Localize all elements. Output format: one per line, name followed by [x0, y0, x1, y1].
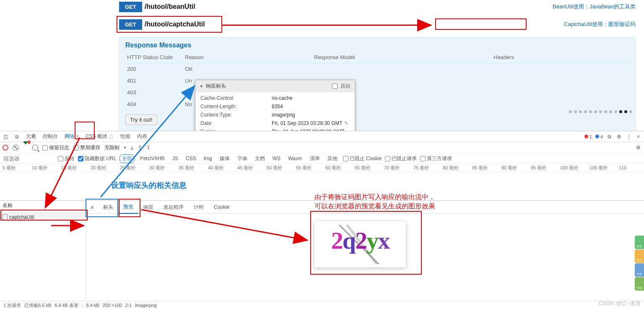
clear-button[interactable] — [13, 145, 19, 151]
preserve-log[interactable]: 保留日志 — [42, 144, 69, 151]
network-settings-icon[interactable]: ⚙ — [635, 145, 641, 151]
dtab-timing[interactable]: 计时 — [189, 201, 209, 213]
annotation-text: 可以在浏览器的预览看见生成的图形效果 — [314, 202, 435, 211]
annotation-box — [75, 122, 95, 139]
method-badge: GET — [119, 2, 142, 12]
tab-console[interactable]: 控制台 — [42, 133, 59, 140]
filter-chip[interactable]: Fetch/XHR — [138, 155, 167, 162]
annotation-box — [0, 210, 88, 221]
response-title: Response Messages — [125, 42, 629, 49]
devtools-tabs: ◫ ⧉ 元素 控制台 网络× CSS 概述 △ 性能 内存 1 4 ⧉ ⚙ ⋮ … — [0, 131, 644, 142]
wifi-icon[interactable]: ⏚ — [130, 145, 134, 151]
hide-data-url[interactable]: 隐藏数据 URL — [78, 155, 116, 162]
annotation-box — [435, 18, 527, 30]
header-row: Cache-Control:no-cache — [195, 94, 355, 102]
dtab-response[interactable]: 响应 — [138, 201, 158, 213]
traffic-monitor: 0.0 K/s 0.0 K/s — [635, 236, 644, 291]
filter-chip[interactable]: WS — [270, 155, 283, 162]
tab-performance[interactable]: 性能 — [119, 133, 131, 140]
table-row: 200OK — [125, 63, 629, 75]
raw-checkbox[interactable] — [332, 83, 338, 89]
blocked-cookie[interactable]: 已阻止 Cookie — [343, 155, 382, 162]
api-desc: CaptchaUtil使用：图形验证码 — [564, 21, 636, 28]
pager-dots[interactable] — [569, 110, 632, 113]
annotation-box — [310, 211, 422, 275]
tab-elements[interactable]: 元素 — [25, 133, 37, 140]
header-row: Content-Length:6354 — [195, 102, 355, 111]
message-count[interactable]: 4 — [595, 134, 603, 139]
inspect-icon[interactable]: ◫ — [3, 133, 9, 140]
settings-icon[interactable]: ⚙ — [616, 133, 622, 140]
dock-icon[interactable]: ⧉ — [606, 133, 613, 140]
filter-bar: 反转 隐藏数据 URL 全部 Fetch/XHR JS CSS Img 媒体 字… — [0, 153, 644, 164]
watermark: CSDN @忆~遂愿 — [599, 300, 641, 307]
filter-chip[interactable]: 媒体 — [218, 155, 232, 163]
filter-chip[interactable]: 清单 — [308, 155, 322, 163]
invert-checkbox[interactable]: 反转 — [58, 155, 75, 162]
upload-icon[interactable]: ↥ — [138, 145, 142, 151]
try-it-out-button[interactable]: Try it out! — [125, 114, 157, 125]
network-toolbar: • 保留日志 禁用缓存 无限制▾ ⏚ ↥ ↧ ⚙ — [0, 142, 644, 153]
annotation-box — [86, 199, 118, 217]
filter-chip[interactable]: 其他 — [325, 155, 340, 163]
filter-input[interactable] — [3, 155, 55, 162]
device-icon[interactable]: ⧉ — [14, 133, 20, 140]
filter-chip[interactable]: 文档 — [253, 155, 267, 163]
filter-all[interactable]: 全部 — [119, 154, 135, 163]
annotation-box — [119, 199, 140, 217]
tab-memory[interactable]: 内存 — [136, 133, 148, 140]
third-party[interactable]: 第三方请求 — [420, 155, 452, 162]
error-count[interactable]: 1 — [584, 134, 592, 139]
throttling-select[interactable]: 无限制 — [104, 144, 119, 151]
status-bar: 1 次请求 已传输6.5 kB 6.4 kB 条资 | 6.4 kB 200 ×… — [0, 301, 644, 309]
popup-header[interactable]: ▼ 响应标头 原始 — [195, 80, 355, 92]
api-desc: BeanUtil使用：JavaBean的工具类 — [553, 3, 636, 10]
close-devtools-icon[interactable]: × — [635, 133, 641, 140]
filter-chip[interactable]: CSS — [184, 155, 198, 162]
annotation-text: 设置响应头的相关信息 — [111, 180, 187, 190]
search-icon[interactable] — [32, 145, 38, 151]
filter-chip[interactable]: Img — [202, 155, 214, 162]
annotation-box — [117, 16, 222, 33]
filter-chip[interactable]: Wasm — [286, 155, 304, 162]
api-row-beanutil[interactable]: GET /hutool/beanUtil BeanUtil使用：JavaBean… — [119, 1, 636, 13]
blocked-requests[interactable]: 已阻止请求 — [385, 155, 417, 162]
filter-toggle[interactable]: • — [23, 145, 28, 151]
filter-chip[interactable]: 字体 — [235, 155, 249, 163]
disable-cache[interactable]: 禁用缓存 — [73, 144, 100, 151]
collapse-icon[interactable]: ▼ — [200, 84, 203, 88]
dtab-cookie[interactable]: Cookie — [209, 201, 234, 213]
dtab-initiator[interactable]: 发起程序 — [158, 201, 189, 213]
api-path: /hutool/beanUtil — [145, 3, 195, 10]
edit-icon[interactable]: ✎ — [344, 120, 348, 126]
more-icon[interactable]: ⋮ — [626, 133, 632, 140]
timeline-ruler[interactable]: 5 毫秒10 毫秒15 毫秒20 毫秒25 毫秒30 毫秒35 毫秒40 毫秒4… — [0, 164, 644, 172]
header-row: Content-Type:image/png — [195, 111, 355, 119]
annotation-text: 由于将验证码图片写入响应的输出流中， — [314, 193, 435, 202]
filter-chip[interactable]: JS — [170, 155, 180, 162]
record-button[interactable] — [3, 145, 8, 151]
header-row: Date:Fri, 01 Sep 2023 03:28:30 GMT✎ — [195, 119, 355, 127]
download-icon[interactable]: ↧ — [146, 145, 151, 151]
